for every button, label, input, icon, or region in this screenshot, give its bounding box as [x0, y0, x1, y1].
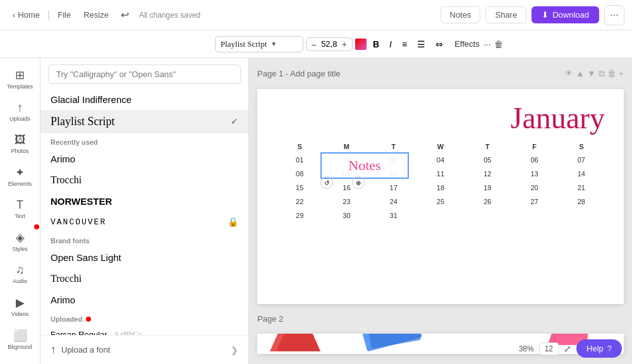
sidebar-item-templates[interactable]: ⊞ Templates: [3, 63, 38, 95]
topbar-left: ‹ Home | File Resize ↩ All changes saved: [8, 6, 200, 24]
calendar-cell: 19: [464, 181, 511, 195]
bold-button[interactable]: B: [369, 38, 383, 51]
cal-header-f: F: [511, 140, 557, 153]
font-item-norwester[interactable]: NORWESTER: [40, 191, 248, 212]
page-delete-icon[interactable]: 🗑: [607, 68, 616, 79]
more-options-button[interactable]: ···: [604, 5, 624, 25]
calendar-cell: [417, 209, 464, 222]
sidebar-item-audio[interactable]: ♫ Audio: [3, 258, 38, 289]
sidebar-item-text[interactable]: T Text: [3, 193, 38, 224]
font-item-brand-arimo[interactable]: Arimo: [40, 289, 248, 310]
font-name-brand-trocchi: Trocchi: [51, 273, 82, 284]
font-item-playlist[interactable]: Playlist Script ✓: [40, 110, 248, 133]
audio-icon: ♫: [16, 264, 25, 277]
font-color-button[interactable]: [355, 37, 367, 52]
calendar-cell: 26: [464, 195, 511, 209]
font-list: Glacial Indifference Playlist Script ✓ R…: [40, 89, 248, 335]
text-align-button[interactable]: ≡: [398, 38, 411, 51]
undo-button[interactable]: ↩: [116, 6, 134, 24]
font-search-input[interactable]: [48, 64, 241, 84]
calendar-cell: 13: [511, 167, 557, 181]
page-down-icon[interactable]: ▼: [587, 68, 596, 79]
download-button[interactable]: ⬇ Download: [532, 6, 599, 23]
uploaded-label: Uploaded: [51, 315, 82, 323]
audio-label: Audio: [13, 278, 27, 284]
font-name-trocchi: Trocchi: [51, 174, 82, 186]
sidebar-item-photos[interactable]: 🖼 Photos: [3, 128, 38, 159]
svg-rect-3: [366, 334, 421, 349]
font-panel: Glacial Indifference Playlist Script ✓ R…: [40, 58, 249, 364]
sidebar-item-uploads[interactable]: ↑ Uploads: [3, 96, 38, 127]
calendar-row: 22232425262728: [276, 195, 605, 209]
uploads-icon: ↑: [17, 101, 23, 114]
file-button[interactable]: File: [52, 8, 76, 22]
resize-button[interactable]: Resize: [78, 8, 114, 22]
page-indicator[interactable]: 12: [539, 343, 559, 355]
page1-header: Page 1 - Add page title 👁 ▲ ▼ ⧉ 🗑 +: [257, 68, 624, 79]
font-item-trocchi[interactable]: Trocchi: [40, 169, 248, 191]
calendar-row: 293031: [276, 209, 605, 222]
effects-more-button[interactable]: ···: [483, 39, 491, 49]
page-add-icon[interactable]: +: [619, 68, 624, 79]
templates-icon: ⊞: [15, 68, 25, 82]
page-up-icon[interactable]: ▲: [576, 68, 585, 79]
cal-header-t2: T: [464, 140, 511, 153]
font-size-increase-button[interactable]: +: [339, 39, 349, 49]
italic-button[interactable]: I: [386, 38, 396, 51]
notes-button[interactable]: Notes: [441, 6, 481, 23]
sidebar-item-bkground[interactable]: ⬜ Bkground: [3, 324, 38, 355]
main-layout: ⊞ Templates ↑ Uploads 🖼 Photos ✦ Element…: [0, 58, 632, 364]
calendar-cell: 22: [276, 195, 323, 209]
font-item-vancouver[interactable]: VANCOUVER 🔒: [40, 212, 248, 232]
font-family-selector[interactable]: Playlist Script ▼: [215, 36, 303, 52]
page-duplicate-icon[interactable]: ⧉: [599, 68, 605, 79]
font-toolbar: Playlist Script ▼ – 52,8 + B I ≡ ☰ ⇔ Eff…: [0, 30, 632, 58]
font-family-name: Playlist Script: [221, 39, 267, 49]
font-name-glacial: Glacial Indifference: [51, 94, 131, 105]
font-size-value[interactable]: 52,8: [320, 39, 338, 49]
font-item-farsan[interactable]: Farsan Regular AaBbCc: [40, 325, 248, 335]
calendar-cell: [511, 209, 557, 222]
font-preview-farsan: AaBbCc: [114, 329, 142, 335]
calendar-cell: 24: [370, 195, 417, 209]
rotate-handle[interactable]: ↺: [320, 176, 333, 189]
sidebar-item-styles[interactable]: ◈ Styles: [3, 226, 38, 257]
upload-font-label: Upload a font: [61, 345, 110, 355]
recently-used-header: Recently used: [40, 133, 248, 149]
sidebar-item-elements[interactable]: ✦ Elements: [3, 161, 38, 192]
font-item-arimo[interactable]: Arimo: [40, 149, 248, 169]
calendar-cell: 06: [511, 153, 557, 167]
page-visibility-icon[interactable]: 👁: [564, 68, 573, 79]
font-name-opensans-light: Open Sans Light: [51, 252, 121, 263]
upload-icon: ↑: [51, 343, 56, 356]
fullscreen-icon[interactable]: ⤢: [564, 344, 571, 354]
calendar-cell: [464, 209, 511, 222]
uploaded-dot-icon: [86, 317, 91, 322]
home-button[interactable]: ‹ Home: [8, 8, 45, 22]
font-item-glacial[interactable]: Glacial Indifference: [40, 89, 248, 110]
sidebar-item-videos[interactable]: ▶ Videos: [3, 291, 38, 322]
share-button[interactable]: Share: [485, 6, 526, 23]
topbar-right: Notes Share ⬇ Download ···: [441, 5, 625, 25]
calendar-cell: 25: [417, 195, 464, 209]
help-button[interactable]: Help ?: [576, 339, 622, 358]
effects-trash-button[interactable]: 🗑: [494, 39, 503, 49]
font-name-brand-arimo: Arimo: [51, 294, 75, 305]
dropdown-arrow-icon: ▼: [270, 40, 277, 47]
upload-font-button[interactable]: ↑ Upload a font ❯: [40, 335, 248, 364]
calendar-cell: 28: [558, 195, 605, 209]
font-item-brand-trocchi[interactable]: Trocchi: [40, 268, 248, 289]
calendar-cell: 05: [464, 153, 511, 167]
text-spacing-button[interactable]: ⇔: [432, 38, 447, 51]
font-name-arimo: Arimo: [51, 154, 75, 164]
font-item-opensans-light[interactable]: Open Sans Light: [40, 247, 248, 268]
notes-textbox[interactable]: Notes: [320, 152, 409, 179]
font-size-decrease-button[interactable]: –: [309, 39, 319, 49]
uploads-label: Uploads: [9, 116, 30, 122]
list-style-button[interactable]: ☰: [413, 38, 429, 51]
page1-label: Page 1 - Add page title: [257, 69, 341, 78]
scale-handle[interactable]: ⊕: [352, 176, 365, 189]
home-label: Home: [18, 10, 40, 20]
calendar-content: January S M T W T F S 01: [257, 89, 624, 235]
calendar-cell: 20: [511, 181, 557, 195]
